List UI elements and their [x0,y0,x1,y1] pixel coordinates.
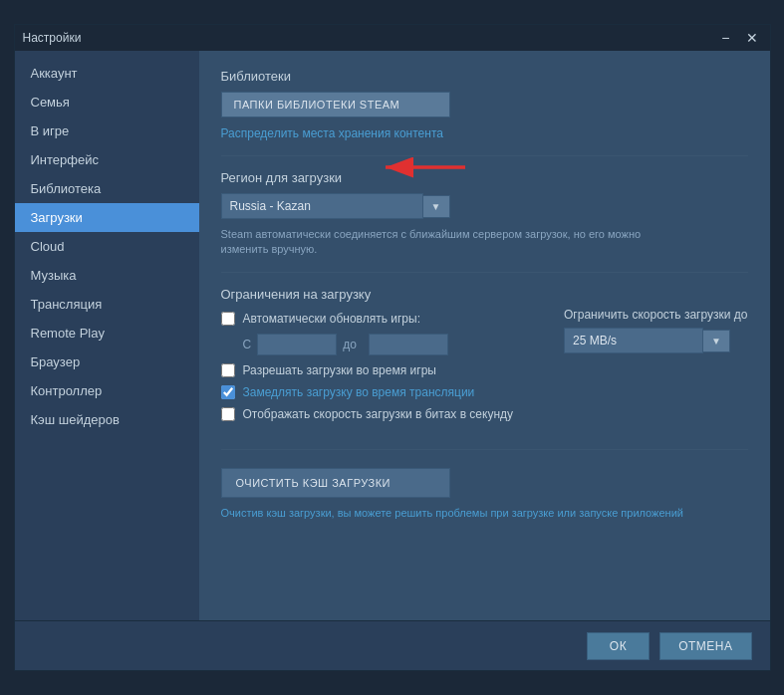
download-during-game-label: Разрешать загрузки во время игры [243,363,436,377]
show-bits-checkbox[interactable] [221,407,235,421]
divider-2 [221,272,748,273]
cancel-button[interactable]: ОТМЕНА [659,632,751,660]
from-label: С [243,338,252,351]
divider-1 [221,155,748,156]
sidebar-item-controller[interactable]: Контроллер [15,376,199,405]
download-during-game-row: Разрешать загрузки во время игры [221,363,748,377]
speed-select[interactable]: 25 MB/s [564,328,703,353]
region-select[interactable]: Russia - Kazan [221,193,423,219]
main-panel: Библиотеки ПАПКИ БИБЛИОТЕКИ STEAM Распре… [199,51,770,620]
content-area: Аккаунт Семья В игре Интерфейс Библиотек… [15,51,770,620]
time-from-input[interactable] [257,334,337,355]
speed-limit-section: Ограничить скорость загрузки до 25 MB/s … [564,308,747,353]
show-bits-row: Отображать скорость загрузки в битах в с… [221,407,748,421]
sidebar-item-account[interactable]: Аккаунт [15,59,199,88]
sidebar-item-library[interactable]: Библиотека [15,174,199,203]
settings-window: Настройки − ✕ Аккаунт Семья В игре Интер… [14,24,771,671]
sidebar-item-ingame[interactable]: В игре [15,116,199,145]
to-label: до [343,338,357,351]
ok-button[interactable]: ОК [587,632,650,660]
sidebar: Аккаунт Семья В игре Интерфейс Библиотек… [15,51,199,620]
sidebar-item-interface[interactable]: Интерфейс [15,145,199,174]
close-button[interactable]: ✕ [742,30,762,46]
divider-3 [221,449,748,450]
steam-folders-button[interactable]: ПАПКИ БИБЛИОТЕКИ STEAM [221,92,450,117]
show-bits-label: Отображать скорость загрузки в битах в с… [243,407,514,421]
sidebar-item-shader-cache[interactable]: Кэш шейдеров [15,405,199,434]
slow-during-broadcast-label: Замедлять загрузку во время трансляции [243,385,475,399]
region-select-wrapper: Russia - Kazan ▼ [221,193,450,219]
clear-cache-button[interactable]: ОЧИСТИТЬ КЭШ ЗАГРУЗКИ [221,468,450,498]
auto-update-label: Автоматически обновлять игры: [243,312,420,326]
minimize-button[interactable]: − [717,30,733,46]
speed-select-wrapper: 25 MB/s ▼ [564,328,747,353]
region-info-text: Steam автоматически соединяется с ближай… [221,227,679,258]
sidebar-item-remoteplay[interactable]: Remote Play [15,319,199,348]
download-during-game-checkbox[interactable] [221,363,235,377]
bottom-bar: ОК ОТМЕНА [15,620,770,670]
titlebar: Настройки − ✕ [15,25,770,51]
speed-dropdown-arrow: ▼ [703,330,730,352]
region-dropdown-arrow: ▼ [423,195,450,218]
cache-info-text: Очистив кэш загрузки, вы можете решить п… [221,506,699,521]
sidebar-item-cloud[interactable]: Cloud [15,232,199,261]
time-to-input[interactable] [369,334,448,355]
slow-during-broadcast-checkbox[interactable] [221,385,235,399]
window-title: Настройки [23,31,82,45]
speed-limit-label: Ограничить скорость загрузки до [564,308,747,322]
sidebar-item-broadcast[interactable]: Трансляция [15,290,199,319]
libraries-section-title: Библиотеки [221,69,748,84]
auto-update-checkbox[interactable] [221,312,235,326]
sidebar-item-browser[interactable]: Браузер [15,348,199,376]
sidebar-item-music[interactable]: Музыка [15,261,199,290]
sidebar-item-downloads[interactable]: Загрузки [15,203,199,232]
region-section-title: Регион для загрузки [221,170,748,185]
sidebar-item-family[interactable]: Семья [15,88,199,116]
titlebar-controls: − ✕ [717,30,761,46]
limits-section-title: Ограничения на загрузку [221,287,748,302]
slow-during-broadcast-row: Замедлять загрузку во время трансляции [221,385,748,399]
distribute-storage-link[interactable]: Распределить места хранения контента [221,126,443,140]
